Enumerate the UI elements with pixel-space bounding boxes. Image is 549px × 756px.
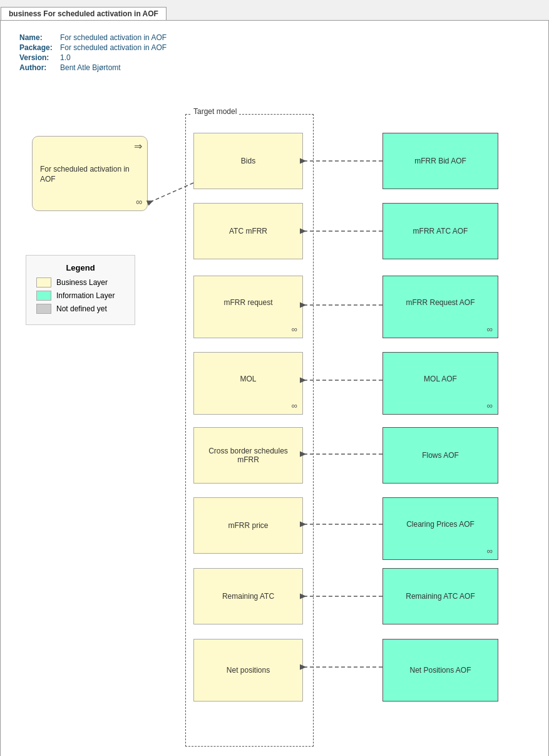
legend-label-business: Business Layer [56, 278, 108, 287]
yellow-box-mfrr-req: mFRR request ∞ [193, 276, 303, 338]
legend-box: Legend Business Layer Information Layer … [26, 255, 135, 325]
yellow-box-cross: Cross border schedules mFRR [193, 427, 303, 484]
cyan-box-net-pos-aof: Net Positions AOF [382, 639, 498, 702]
yellow-box-net-pos-label: Net positions [199, 643, 297, 697]
diagram-area: ⇒ For scheduled activation in AOF ∞ Lege… [1, 80, 548, 756]
name-label: Name: [19, 33, 60, 42]
yellow-box-mol-label: MOL [199, 356, 297, 401]
version-label: Version: [19, 53, 60, 62]
legend-item-info: Information Layer [36, 291, 125, 301]
yellow-box-cross-label: Cross border schedules mFRR [199, 432, 297, 479]
target-model-label: Target model [191, 107, 239, 116]
yellow-box-remaining-atc-label: Remaining ATC [199, 572, 297, 620]
yellow-box-bids-label: Bids [199, 137, 297, 185]
cyan-box-mol-aof-footer: ∞ [388, 401, 493, 410]
cyan-box-flows-aof: Flows AOF [382, 427, 498, 484]
cyan-box-mfrr-atc-label: mFRR ATC AOF [388, 207, 493, 255]
yellow-box-mfrr-price: mFRR price [193, 497, 303, 554]
process-box-arrow-icon: ⇒ [134, 140, 142, 152]
cyan-box-mol-aof-label: MOL AOF [388, 356, 493, 401]
yellow-box-mfrr-req-footer: ∞ [199, 324, 297, 334]
yellow-box-mfrr-req-label: mFRR request [199, 280, 297, 324]
legend-color-info [36, 291, 51, 301]
legend-item-business: Business Layer [36, 277, 125, 287]
cyan-box-clearing: Clearing Prices AOF ∞ [382, 497, 498, 560]
yellow-box-atc-label: ATC mFRR [199, 207, 297, 255]
cyan-box-net-pos-aof-label: Net Positions AOF [388, 643, 493, 697]
yellow-box-atc: ATC mFRR [193, 203, 303, 259]
yellow-box-mfrr-price-label: mFRR price [199, 502, 297, 549]
name-value: For scheduled activation in AOF [60, 33, 167, 42]
package-value: For scheduled activation in AOF [60, 43, 167, 52]
cyan-box-clearing-footer: ∞ [388, 546, 493, 556]
cyan-box-flows-aof-label: Flows AOF [388, 432, 493, 479]
cyan-box-mfrr-request-footer: ∞ [388, 324, 493, 334]
cyan-box-remaining-atc-aof: Remaining ATC AOF [382, 568, 498, 624]
process-box-label: For scheduled activation in AOF [38, 165, 142, 184]
process-box-infinity: ∞ [38, 197, 142, 207]
author-value: Bent Atle Bjørtomt [60, 63, 121, 72]
version-value: 1.0 [60, 53, 71, 62]
legend-color-notdef [36, 304, 51, 314]
page-tab: business For scheduled activation in AOF [1, 7, 167, 20]
cyan-box-mfrr-bid: mFRR Bid AOF [382, 133, 498, 189]
yellow-box-remaining-atc: Remaining ATC [193, 568, 303, 624]
yellow-box-net-pos: Net positions [193, 639, 303, 702]
legend-item-notdef: Not defined yet [36, 304, 125, 314]
cyan-box-mfrr-atc: mFRR ATC AOF [382, 203, 498, 259]
cyan-box-clearing-label: Clearing Prices AOF [388, 502, 493, 546]
yellow-box-mol: MOL ∞ [193, 352, 303, 415]
process-box: ⇒ For scheduled activation in AOF ∞ [32, 136, 148, 211]
author-label: Author: [19, 63, 60, 72]
legend-title: Legend [36, 263, 125, 272]
cyan-box-mfrr-bid-label: mFRR Bid AOF [388, 137, 493, 185]
yellow-box-mol-footer: ∞ [199, 401, 297, 410]
meta-section: Name: For scheduled activation in AOF Pa… [1, 21, 548, 80]
yellow-box-bids: Bids [193, 133, 303, 189]
legend-color-business [36, 277, 51, 287]
cyan-box-mfrr-request: mFRR Request AOF ∞ [382, 276, 498, 338]
cyan-box-mol-aof: MOL AOF ∞ [382, 352, 498, 415]
legend-label-notdef: Not defined yet [56, 304, 107, 313]
cyan-box-mfrr-request-label: mFRR Request AOF [388, 280, 493, 324]
package-label: Package: [19, 43, 60, 52]
cyan-box-remaining-atc-aof-label: Remaining ATC AOF [388, 572, 493, 620]
legend-label-info: Information Layer [56, 291, 115, 300]
